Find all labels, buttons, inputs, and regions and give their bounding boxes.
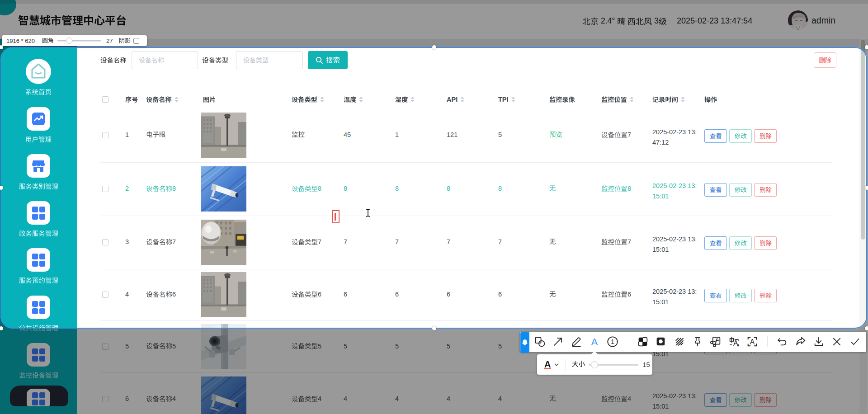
svg-text:1: 1 bbox=[611, 338, 614, 345]
svg-text:A: A bbox=[733, 339, 738, 347]
svg-text:A: A bbox=[591, 336, 598, 348]
svg-text:A: A bbox=[750, 338, 755, 346]
